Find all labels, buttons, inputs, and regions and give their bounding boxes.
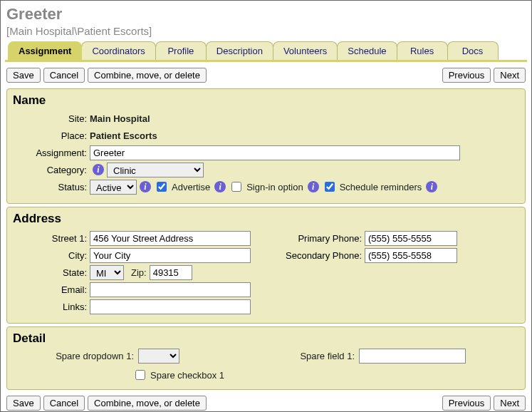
email-input[interactable] <box>90 282 251 297</box>
tab-description[interactable]: Description <box>206 41 273 60</box>
site-value: Main Hospital <box>90 113 150 124</box>
zip-input[interactable] <box>150 265 192 280</box>
tab-coordinators[interactable]: Coordinators <box>81 41 155 60</box>
combine-button[interactable]: Combine, move, or delete <box>88 396 207 411</box>
place-label: Place: <box>13 130 90 141</box>
spare-checkbox[interactable] <box>135 370 145 380</box>
save-button[interactable]: Save <box>6 68 41 83</box>
previous-button[interactable]: Previous <box>442 396 491 411</box>
spare-dropdown-label: Spare dropdown 1: <box>13 351 134 361</box>
reminders-label[interactable]: Schedule reminders <box>340 182 422 192</box>
links-input[interactable] <box>90 299 251 314</box>
status-select[interactable]: Active <box>90 180 137 195</box>
status-label: Status: <box>13 182 90 192</box>
cancel-button[interactable]: Cancel <box>43 396 85 411</box>
state-select[interactable]: MI <box>90 265 124 280</box>
city-label: City: <box>13 250 90 261</box>
primary-phone-label: Primary Phone: <box>272 233 365 244</box>
bottom-button-row: Save Cancel Combine, move, or delete Pre… <box>6 396 526 411</box>
spare-field-label: Spare field 1: <box>291 351 355 361</box>
secondary-phone-input[interactable] <box>365 248 457 263</box>
site-label: Site: <box>13 113 90 124</box>
name-panel: Name Site: Main Hospital Place: Patient … <box>6 88 526 204</box>
info-icon[interactable]: i <box>93 164 104 175</box>
email-label: Email: <box>13 284 90 295</box>
tab-assignment[interactable]: Assignment <box>8 41 82 60</box>
tab-schedule[interactable]: Schedule <box>337 41 397 60</box>
next-button[interactable]: Next <box>494 68 526 83</box>
tab-profile[interactable]: Profile <box>155 41 207 60</box>
info-icon[interactable]: i <box>214 181 226 192</box>
detail-panel: Detail Spare dropdown 1: Spare field 1: … <box>6 326 526 390</box>
secondary-phone-label: Secondary Phone: <box>272 250 365 261</box>
detail-heading: Detail <box>13 331 519 346</box>
previous-button[interactable]: Previous <box>442 68 491 83</box>
spare-checkbox-label[interactable]: Spare checkbox 1 <box>150 370 224 381</box>
top-button-row: Save Cancel Combine, move, or delete Pre… <box>6 68 526 83</box>
tab-docs[interactable]: Docs <box>447 41 499 60</box>
links-label: Links: <box>13 302 90 312</box>
signin-label[interactable]: Sign-in option <box>246 182 303 192</box>
place-value: Patient Escorts <box>90 130 157 141</box>
breadcrumb: [Main Hospital\Patient Escorts] <box>6 25 526 37</box>
zip-label: Zip: <box>124 267 150 278</box>
advertise-label[interactable]: Advertise <box>172 182 210 192</box>
info-icon[interactable]: i <box>426 181 437 192</box>
tab-strip: Assignment Coordinators Profile Descript… <box>5 41 527 62</box>
street1-label: Street 1: <box>13 233 90 244</box>
street1-input[interactable] <box>90 231 251 246</box>
next-button[interactable]: Next <box>494 396 526 411</box>
city-input[interactable] <box>90 248 251 263</box>
info-icon[interactable]: i <box>308 181 319 192</box>
tab-volunteers[interactable]: Volunteers <box>273 41 338 60</box>
name-heading: Name <box>13 93 519 108</box>
state-label: State: <box>13 267 90 278</box>
signin-checkbox[interactable] <box>231 182 241 192</box>
reminders-checkbox[interactable] <box>325 182 335 192</box>
advertise-checkbox[interactable] <box>157 182 167 192</box>
address-panel: Address Street 1: City: State: MI Zip: E… <box>6 207 526 324</box>
save-button[interactable]: Save <box>6 396 41 411</box>
tab-rules[interactable]: Rules <box>397 41 448 60</box>
category-label: Category: <box>13 165 90 175</box>
assignment-input[interactable] <box>90 145 460 160</box>
assignment-label: Assignment: <box>13 148 90 158</box>
spare-dropdown-select[interactable] <box>138 349 179 364</box>
address-heading: Address <box>13 212 519 226</box>
combine-button[interactable]: Combine, move, or delete <box>88 68 207 83</box>
spare-field-input[interactable] <box>359 349 466 364</box>
category-select[interactable]: Clinic <box>107 163 204 177</box>
page-title: Greeter <box>6 5 526 24</box>
cancel-button[interactable]: Cancel <box>43 68 85 83</box>
primary-phone-input[interactable] <box>365 231 457 246</box>
info-icon[interactable]: i <box>140 181 151 192</box>
